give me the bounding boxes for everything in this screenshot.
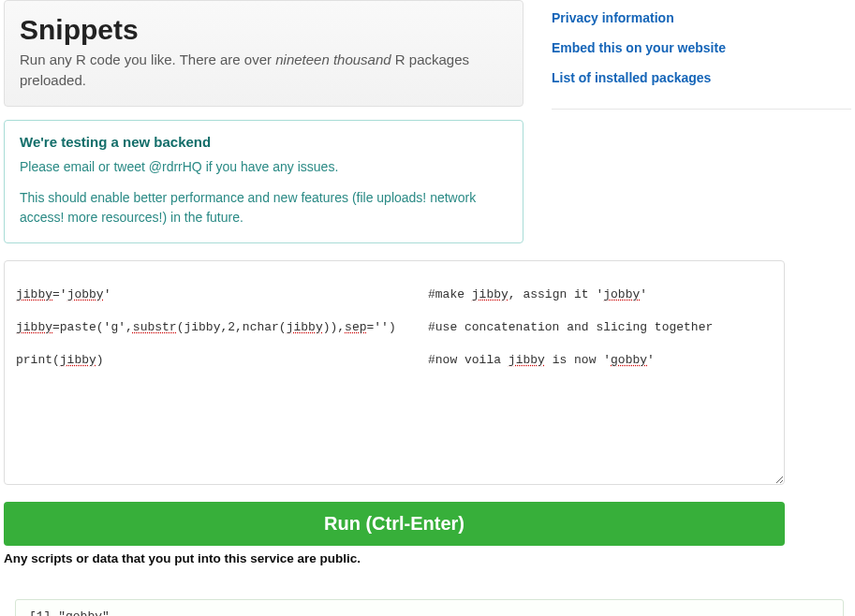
notice-line-1: Please email or tweet @rdrrHQ if you hav… bbox=[20, 157, 508, 177]
code-token: =paste('g', bbox=[52, 320, 133, 334]
code-token: jobby bbox=[67, 287, 104, 301]
code-token: jibby bbox=[509, 353, 545, 367]
privacy-link[interactable]: Privacy information bbox=[552, 10, 674, 25]
notice-post: if you have any issues. bbox=[202, 159, 339, 174]
packages-link[interactable]: List of installed packages bbox=[552, 70, 711, 85]
code-token: )), bbox=[323, 320, 345, 334]
code-token: jobby bbox=[603, 287, 640, 301]
notice-title: We're testing a new backend bbox=[20, 134, 508, 150]
output-text: [1] "gobby" bbox=[29, 609, 110, 617]
run-button[interactable]: Run (Ctrl-Enter) bbox=[4, 502, 785, 546]
public-warning: Any scripts or data that you put into th… bbox=[4, 551, 851, 565]
code-token: #now voila bbox=[428, 353, 509, 367]
code-token: is now ' bbox=[545, 353, 611, 367]
page-subtitle: Run any R code you like. There are over … bbox=[20, 50, 508, 91]
notice-mid: or tweet bbox=[95, 159, 149, 174]
subtitle-em: nineteen thousand bbox=[275, 51, 391, 67]
notice-line-2: This should enable better performance an… bbox=[20, 188, 508, 227]
code-token: =' bbox=[52, 287, 67, 301]
output-box: [1] "gobby" bbox=[15, 599, 844, 617]
side-links: Privacy information Embed this on your w… bbox=[552, 9, 851, 110]
code-token: (jibby,2,nchar( bbox=[177, 320, 287, 334]
code-token: substr bbox=[133, 320, 177, 334]
code-token: jibby bbox=[60, 353, 96, 367]
code-token: ) bbox=[96, 353, 104, 367]
code-token: ' bbox=[640, 287, 647, 301]
code-token: #use concatenation and slicing together bbox=[428, 320, 713, 334]
code-token: jibby bbox=[16, 320, 52, 334]
code-token: #make bbox=[428, 287, 472, 301]
page-title: Snippets bbox=[20, 14, 508, 46]
code-token: ' bbox=[104, 287, 111, 301]
code-token: ' bbox=[647, 353, 655, 367]
code-token: jibby bbox=[16, 287, 52, 301]
notice-panel: We're testing a new backend Please email… bbox=[4, 120, 523, 243]
embed-link[interactable]: Embed this on your website bbox=[552, 40, 726, 55]
code-token: sep bbox=[345, 320, 366, 334]
header-panel: Snippets Run any R code you like. There … bbox=[4, 0, 523, 107]
notice-pre: Please bbox=[20, 159, 64, 174]
code-token: print( bbox=[16, 353, 60, 367]
code-token: ='') bbox=[367, 320, 396, 334]
twitter-link[interactable]: @rdrrHQ bbox=[149, 159, 202, 174]
subtitle-pre: Run any R code you like. There are over bbox=[20, 51, 275, 67]
code-editor[interactable]: jibby='jobby'#make jibby, assign it 'job… bbox=[4, 260, 785, 485]
code-token: jibby bbox=[287, 320, 323, 334]
code-token: gobby bbox=[611, 353, 647, 367]
email-link[interactable]: email bbox=[64, 159, 95, 174]
code-token: jibby bbox=[472, 287, 509, 301]
code-token: , assign it ' bbox=[509, 287, 603, 301]
